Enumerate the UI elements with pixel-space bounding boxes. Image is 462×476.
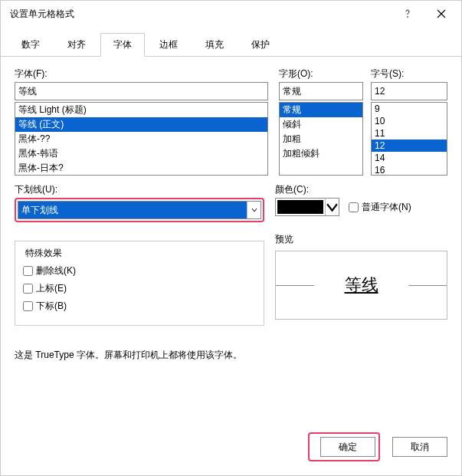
strikethrough-label: 删除线(K) xyxy=(36,264,76,277)
underline-highlight: 单下划线 xyxy=(15,198,264,222)
list-item[interactable]: 10 xyxy=(372,115,447,127)
size-label: 字号(S): xyxy=(371,67,447,80)
normal-font-input[interactable] xyxy=(349,202,359,212)
underline-combo[interactable]: 单下划线 xyxy=(18,201,261,219)
list-item[interactable]: 黑体-?? xyxy=(15,132,267,146)
color-label: 颜色(C): xyxy=(275,183,447,196)
subscript-checkbox[interactable]: 下标(B) xyxy=(23,300,256,313)
strikethrough-input[interactable] xyxy=(23,266,33,276)
color-combo[interactable] xyxy=(275,198,339,216)
size-listbox[interactable]: 9 10 11 12 14 16 xyxy=(371,102,447,176)
normal-font-label: 普通字体(N) xyxy=(362,201,411,214)
color-swatch xyxy=(277,200,323,214)
effects-fieldset: 特殊效果 删除线(K) 上标(E) 下标(B) xyxy=(15,241,264,326)
normal-font-checkbox[interactable]: 普通字体(N) xyxy=(349,201,411,214)
list-item[interactable]: 加粗倾斜 xyxy=(280,146,362,161)
tabbar: 数字 对齐 字体 边框 填充 保护 xyxy=(1,27,461,57)
superscript-checkbox[interactable]: 上标(E) xyxy=(23,282,256,295)
strikethrough-checkbox[interactable]: 删除线(K) xyxy=(23,264,256,277)
font-listbox[interactable]: 等线 Light (标题) 等线 (正文) 黑体-?? 黑体-韩语 黑体-日本?… xyxy=(15,102,268,176)
tab-font[interactable]: 字体 xyxy=(100,33,145,57)
effects-legend: 特殊效果 xyxy=(23,247,64,260)
list-item[interactable]: 9 xyxy=(372,103,447,115)
style-listbox[interactable]: 常规 倾斜 加粗 加粗倾斜 xyxy=(279,102,363,176)
list-item[interactable]: 等线 (正文) xyxy=(15,117,267,132)
help-button[interactable] xyxy=(391,2,424,25)
tab-number[interactable]: 数字 xyxy=(8,33,53,56)
tab-align[interactable]: 对齐 xyxy=(54,33,99,56)
footer: 确定 取消 xyxy=(1,425,461,475)
chevron-down-icon xyxy=(251,207,257,213)
ok-highlight: 确定 xyxy=(308,432,380,461)
list-item[interactable]: 黑体-日本? xyxy=(15,161,267,176)
font-label: 字体(F): xyxy=(15,67,268,80)
format-cells-dialog: 设置单元格格式 数字 对齐 字体 边框 填充 保护 字体(F): 等线 Ligh… xyxy=(0,0,462,476)
subscript-label: 下标(B) xyxy=(36,300,67,313)
titlebar: 设置单元格格式 xyxy=(1,1,461,27)
subscript-input[interactable] xyxy=(23,301,33,311)
close-icon xyxy=(437,9,446,18)
dialog-title: 设置单元格格式 xyxy=(10,8,391,21)
list-item[interactable]: 16 xyxy=(372,164,447,176)
chevron-down-icon xyxy=(326,201,339,214)
content: 字体(F): 等线 Light (标题) 等线 (正文) 黑体-?? 黑体-韩语… xyxy=(1,57,461,425)
list-item[interactable]: 黑体-韩语 xyxy=(15,146,267,161)
list-item[interactable]: 12 xyxy=(372,140,447,152)
underline-value: 单下划线 xyxy=(18,202,247,218)
font-input[interactable] xyxy=(15,82,268,100)
list-item[interactable]: 常规 xyxy=(280,103,362,117)
tab-protect[interactable]: 保护 xyxy=(238,33,283,56)
style-label: 字形(O): xyxy=(279,67,363,80)
size-input[interactable] xyxy=(371,82,447,100)
tab-border[interactable]: 边框 xyxy=(146,33,191,56)
list-item[interactable]: 倾斜 xyxy=(280,117,362,132)
preview-label: 预览 xyxy=(275,233,447,246)
color-dropdown-button[interactable] xyxy=(325,199,339,215)
list-item[interactable]: 加粗 xyxy=(280,132,362,146)
preview-text: 等线 xyxy=(345,274,378,297)
underline-dropdown-button[interactable] xyxy=(247,202,260,218)
close-button[interactable] xyxy=(424,2,458,25)
list-item[interactable]: 等线 Light (标题) xyxy=(15,103,267,117)
cancel-button[interactable]: 取消 xyxy=(392,437,447,457)
info-text: 这是 TrueType 字体。屏幕和打印机上都将使用该字体。 xyxy=(15,349,447,362)
tab-fill[interactable]: 填充 xyxy=(192,33,237,56)
help-icon xyxy=(403,9,412,18)
style-input[interactable] xyxy=(279,82,363,100)
preview-area: 等线 xyxy=(275,251,447,320)
svg-point-0 xyxy=(407,16,408,18)
underline-label: 下划线(U): xyxy=(15,183,264,196)
list-item[interactable]: 14 xyxy=(372,152,447,164)
superscript-label: 上标(E) xyxy=(36,282,67,295)
superscript-input[interactable] xyxy=(23,284,33,294)
list-item[interactable]: 11 xyxy=(372,127,447,140)
ok-button[interactable]: 确定 xyxy=(320,437,375,457)
